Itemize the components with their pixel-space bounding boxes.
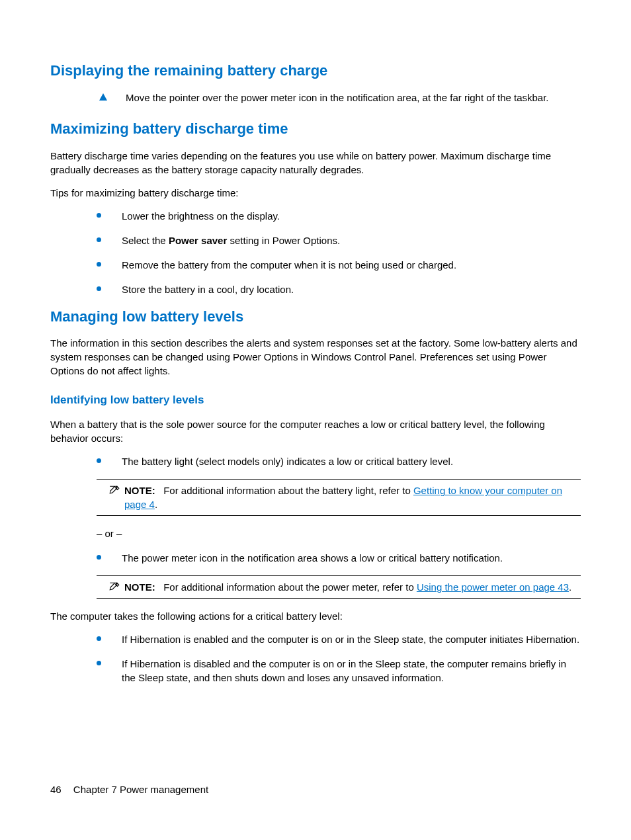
note-text-post: . — [569, 581, 571, 593]
note-text: NOTE: For additional information about t… — [124, 483, 581, 511]
list-item: If Hibernation is enabled and the comput… — [97, 632, 581, 646]
paragraph: When a battery that is the sole power so… — [50, 417, 581, 445]
list-item-text: The battery light (select models only) i… — [122, 456, 453, 467]
note-label: NOTE: — [124, 581, 155, 593]
triangle-up-icon — [99, 93, 107, 101]
note-pencil-icon — [108, 581, 120, 593]
note-text-pre: For additional information about the bat… — [163, 485, 413, 496]
bullet-list: Lower the brightness on the display. Sel… — [97, 209, 581, 296]
heading-identifying-low-battery: Identifying low battery levels — [50, 392, 581, 408]
heading-maximizing-discharge-time: Maximizing battery discharge time — [50, 119, 581, 140]
paragraph: Battery discharge time varies depending … — [50, 149, 581, 177]
list-item: Remove the battery from the computer whe… — [97, 258, 581, 272]
bullet-list: The power meter icon in the notification… — [97, 551, 581, 565]
page-footer: 46 Chapter 7 Power management — [50, 782, 208, 796]
list-item-text-bold: Power saver — [169, 235, 227, 246]
heading-managing-low-battery: Managing low battery levels — [50, 307, 581, 327]
list-item-text: Lower the brightness on the display. — [122, 210, 280, 222]
list-item-text: Remove the battery from the computer whe… — [122, 259, 456, 271]
list-item-text: If Hibernation is enabled and the comput… — [122, 634, 579, 645]
link-using-the-power-meter[interactable]: Using the power meter on page 43 — [417, 581, 569, 593]
list-item-text: Store the battery in a cool, dry locatio… — [122, 284, 294, 295]
paragraph: The computer takes the following actions… — [50, 609, 581, 623]
list-item-text-post: setting in Power Options. — [227, 235, 340, 246]
list-item: The power meter icon in the notification… — [97, 551, 581, 565]
bullet-list: If Hibernation is enabled and the comput… — [97, 632, 581, 685]
list-item: Select the Power saver setting in Power … — [97, 233, 581, 247]
procedure-step-text: Move the pointer over the power meter ic… — [126, 91, 549, 105]
page-number: 46 — [50, 784, 62, 795]
list-item-text: If Hibernation is disabled and the compu… — [122, 658, 566, 683]
note-text-pre: For additional information about the pow… — [163, 581, 417, 593]
list-item: If Hibernation is disabled and the compu… — [97, 657, 581, 685]
paragraph: The information in this section describe… — [50, 336, 581, 378]
document-page: Displaying the remaining battery charge … — [0, 0, 631, 685]
heading-displaying-remaining-charge: Displaying the remaining battery charge — [50, 61, 581, 81]
note-text-post: . — [155, 499, 157, 510]
note-box: NOTE: For additional information about t… — [97, 479, 581, 516]
or-separator: – or – — [97, 526, 581, 540]
paragraph: Tips for maximizing battery discharge ti… — [50, 186, 581, 200]
list-item: Lower the brightness on the display. — [97, 209, 581, 223]
note-box: NOTE: For additional information about t… — [97, 575, 581, 599]
bullet-list: The battery light (select models only) i… — [97, 454, 581, 468]
note-text: NOTE: For additional information about t… — [124, 580, 581, 594]
chapter-title: Chapter 7 Power management — [73, 784, 208, 795]
procedure-step: Move the pointer over the power meter ic… — [50, 91, 581, 105]
list-item-text: The power meter icon in the notification… — [122, 552, 503, 564]
note-pencil-icon — [108, 485, 120, 497]
list-item: Store the battery in a cool, dry locatio… — [97, 282, 581, 296]
list-item-text-pre: Select the — [122, 235, 169, 246]
note-label: NOTE: — [124, 485, 155, 496]
list-item: The battery light (select models only) i… — [97, 454, 581, 468]
